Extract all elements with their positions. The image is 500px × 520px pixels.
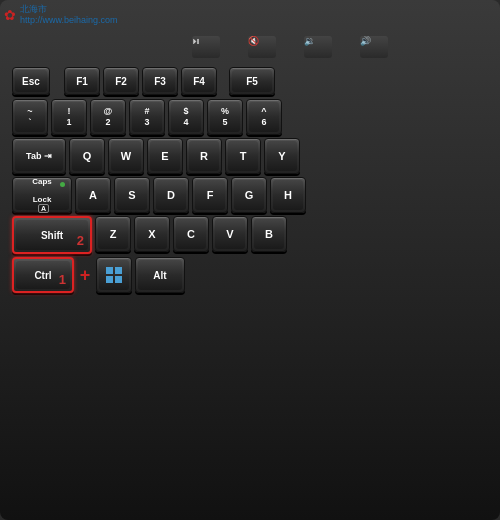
key-d[interactable]: D	[153, 177, 189, 213]
key-f5[interactable]: F5	[229, 67, 275, 95]
key-capslock[interactable]: CapsLock A	[12, 177, 72, 213]
key-g[interactable]: G	[231, 177, 267, 213]
key-shift[interactable]: Shift 2	[12, 216, 92, 254]
watermark-text-city: 北海市	[20, 4, 118, 15]
shift-number-badge: 2	[77, 233, 84, 248]
key-f4[interactable]: F4	[181, 67, 217, 95]
svg-rect-3	[115, 276, 122, 283]
key-tab[interactable]: Tab ⇥	[12, 138, 66, 174]
key-r[interactable]: R	[186, 138, 222, 174]
key-6[interactable]: ^6	[246, 99, 282, 135]
key-s[interactable]: S	[114, 177, 150, 213]
key-backtick[interactable]: ~`	[12, 99, 48, 135]
key-alt[interactable]: Alt	[135, 257, 185, 293]
plus-sign: +	[77, 257, 93, 293]
key-z[interactable]: Z	[95, 216, 131, 252]
key-f2[interactable]: F2	[103, 67, 139, 95]
caps-lock-indicator	[60, 182, 65, 187]
key-e[interactable]: E	[147, 138, 183, 174]
windows-icon	[106, 267, 122, 283]
key-alt-label: Alt	[138, 260, 182, 290]
key-a[interactable]: A	[75, 177, 111, 213]
key-ctrl[interactable]: Ctrl 1	[12, 257, 74, 293]
keyboard-container: ✿ 北海市 http://www.beihaing.com ⏯ 🔇 🔉 🔊 Es…	[0, 0, 500, 520]
watermark-text-url: http://www.beihaing.com	[20, 15, 118, 26]
key-t[interactable]: T	[225, 138, 261, 174]
key-b[interactable]: B	[251, 216, 287, 252]
key-esc-label: Esc	[15, 70, 47, 92]
key-1[interactable]: !1	[51, 99, 87, 135]
watermark: ✿ 北海市 http://www.beihaing.com	[4, 4, 118, 26]
key-2[interactable]: @2	[90, 99, 126, 135]
key-v[interactable]: V	[212, 216, 248, 252]
svg-rect-0	[106, 267, 113, 274]
media-mute-key[interactable]: 🔇	[248, 36, 276, 58]
key-c[interactable]: C	[173, 216, 209, 252]
key-h[interactable]: H	[270, 177, 306, 213]
key-w[interactable]: W	[108, 138, 144, 174]
key-win[interactable]	[96, 257, 132, 293]
key-q[interactable]: Q	[69, 138, 105, 174]
key-f[interactable]: F	[192, 177, 228, 213]
media-play-key[interactable]: ⏯	[192, 36, 220, 58]
watermark-flower: ✿	[4, 7, 16, 23]
key-5[interactable]: %5	[207, 99, 243, 135]
ctrl-number-badge: 1	[59, 272, 66, 287]
key-x[interactable]: X	[134, 216, 170, 252]
svg-rect-2	[106, 276, 113, 283]
svg-rect-1	[115, 267, 122, 274]
media-voldown-key[interactable]: 🔉	[304, 36, 332, 58]
key-y[interactable]: Y	[264, 138, 300, 174]
key-f3[interactable]: F3	[142, 67, 178, 95]
key-3[interactable]: #3	[129, 99, 165, 135]
key-f1[interactable]: F1	[64, 67, 100, 95]
media-volup-key[interactable]: 🔊	[360, 36, 388, 58]
key-4[interactable]: $4	[168, 99, 204, 135]
key-esc[interactable]: Esc	[12, 67, 50, 95]
